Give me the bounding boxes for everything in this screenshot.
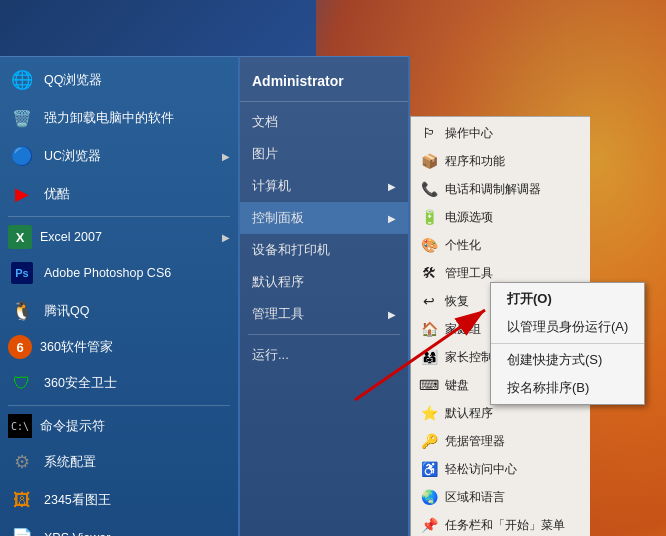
excel-arrow: ▶	[222, 232, 230, 243]
qq-browser-label: QQ浏览器	[44, 72, 102, 89]
manage-tools-arrow: ▶	[388, 309, 396, 320]
sidebar-item-youku[interactable]: ▶ 优酷	[0, 175, 238, 213]
right-item-credential-manager[interactable]: 🔑 凭据管理器	[411, 427, 590, 455]
run-label: 运行...	[252, 346, 289, 364]
right-item-personalization[interactable]: 🎨 个性化	[411, 231, 590, 259]
excel-label: Excel 2007	[40, 230, 102, 244]
sidebar-item-sysconfig[interactable]: ⚙ 系统配置	[0, 443, 238, 481]
middle-item-manage-tools[interactable]: 管理工具 ▶	[240, 298, 408, 330]
sidebar-item-cmd[interactable]: C:\ 命令提示符	[0, 409, 238, 443]
desktop: 🌐 QQ浏览器 🗑️ 强力卸载电脑中的软件 🔵 UC浏览器 ▶ ▶ 优酷	[0, 0, 666, 536]
middle-item-pictures[interactable]: 图片	[240, 138, 408, 170]
tencent-qq-icon: 🐧	[8, 297, 36, 325]
middle-item-control-panel[interactable]: 控制面板 ▶	[240, 202, 408, 234]
right-item-phone-modem[interactable]: 📞 电话和调制解调器	[411, 175, 590, 203]
context-item-open[interactable]: 打开(O)	[491, 285, 644, 313]
phone-modem-icon: 📞	[419, 179, 439, 199]
sidebar-item-uc-browser[interactable]: 🔵 UC浏览器 ▶	[0, 137, 238, 175]
cmd-label: 命令提示符	[40, 418, 105, 435]
programs-features-label: 程序和功能	[445, 153, 505, 170]
homegroup-label: 家庭组	[445, 321, 481, 338]
sidebar-item-xps-viewer[interactable]: 📄 XPS Viewer	[0, 519, 238, 536]
computer-label: 计算机	[252, 177, 291, 195]
youku-label: 优酷	[44, 186, 70, 203]
xps-viewer-label: XPS Viewer	[44, 531, 110, 536]
documents-label: 文档	[252, 113, 278, 131]
context-item-run-as-admin[interactable]: 以管理员身份运行(A)	[491, 313, 644, 341]
sidebar-item-360-manager[interactable]: 6 360软件管家	[0, 330, 238, 364]
context-open-label: 打开(O)	[507, 291, 552, 306]
context-item-rename[interactable]: 按名称排序(B)	[491, 374, 644, 402]
start-menu-left-panel: 🌐 QQ浏览器 🗑️ 强力卸载电脑中的软件 🔵 UC浏览器 ▶ ▶ 优酷	[0, 56, 240, 536]
context-create-shortcut-label: 创建快捷方式(S)	[507, 352, 602, 367]
xps-viewer-icon: 📄	[8, 524, 36, 536]
context-item-create-shortcut[interactable]: 创建快捷方式(S)	[491, 346, 644, 374]
sidebar-item-uninstall[interactable]: 🗑️ 强力卸载电脑中的软件	[0, 99, 238, 137]
context-menu: 打开(O) 以管理员身份运行(A) 创建快捷方式(S) 按名称排序(B)	[490, 282, 645, 405]
power-options-label: 电源选项	[445, 209, 493, 226]
qq-browser-icon: 🌐	[8, 66, 36, 94]
context-run-as-admin-label: 以管理员身份运行(A)	[507, 319, 628, 334]
default-programs2-icon: ⭐	[419, 403, 439, 423]
photoshop-icon: Ps	[8, 259, 36, 287]
taskbar-icon: 📌	[419, 515, 439, 535]
programs-features-icon: 📦	[419, 151, 439, 171]
sidebar-item-excel[interactable]: X Excel 2007 ▶	[0, 220, 238, 254]
tencent-qq-label: 腾讯QQ	[44, 303, 89, 320]
devices-printers-label: 设备和打印机	[252, 241, 330, 259]
right-item-region-language[interactable]: 🌏 区域和语言	[411, 483, 590, 511]
2345viewer-icon: 🖼	[8, 486, 36, 514]
sidebar-item-qq-browser[interactable]: 🌐 QQ浏览器	[0, 61, 238, 99]
keyboard-icon: ⌨	[419, 375, 439, 395]
middle-item-default-programs[interactable]: 默认程序	[240, 266, 408, 298]
pictures-label: 图片	[252, 145, 278, 163]
manage-tools-label: 管理工具	[252, 305, 304, 323]
context-divider	[491, 343, 644, 344]
360-guard-icon: 🛡	[8, 369, 36, 397]
credential-manager-label: 凭据管理器	[445, 433, 505, 450]
action-center-icon: 🏳	[419, 123, 439, 143]
cmd-icon: C:\	[8, 414, 32, 438]
youku-icon: ▶	[8, 180, 36, 208]
right-item-ease-of-access[interactable]: ♿ 轻松访问中心	[411, 455, 590, 483]
credential-manager-icon: 🔑	[419, 431, 439, 451]
sidebar-item-2345viewer[interactable]: 🖼 2345看图王	[0, 481, 238, 519]
action-center-label: 操作中心	[445, 125, 493, 142]
sidebar-item-tencent-qq[interactable]: 🐧 腾讯QQ	[0, 292, 238, 330]
default-programs-label: 默认程序	[252, 273, 304, 291]
divider-2	[8, 405, 230, 406]
middle-item-documents[interactable]: 文档	[240, 106, 408, 138]
right-item-programs-features[interactable]: 📦 程序和功能	[411, 147, 590, 175]
keyboard-label: 键盘	[445, 377, 469, 394]
right-item-power-options[interactable]: 🔋 电源选项	[411, 203, 590, 231]
middle-item-computer[interactable]: 计算机 ▶	[240, 170, 408, 202]
middle-item-devices-printers[interactable]: 设备和打印机	[240, 234, 408, 266]
middle-divider	[248, 334, 400, 335]
uc-browser-icon: 🔵	[8, 142, 36, 170]
ease-of-access-icon: ♿	[419, 459, 439, 479]
sysconfig-label: 系统配置	[44, 454, 96, 471]
sidebar-item-photoshop[interactable]: Ps Adobe Photoshop CS6	[0, 254, 238, 292]
recovery-icon: ↩	[419, 291, 439, 311]
360-manager-icon: 6	[8, 335, 32, 359]
right-item-taskbar-startmenu[interactable]: 📌 任务栏和「开始」菜单	[411, 511, 590, 536]
divider-1	[8, 216, 230, 217]
admin-tools-icon: 🛠	[419, 263, 439, 283]
username-label: Administrator	[252, 73, 344, 89]
start-menu-apps-list: 🌐 QQ浏览器 🗑️ 强力卸载电脑中的软件 🔵 UC浏览器 ▶ ▶ 优酷	[0, 57, 238, 536]
region-language-icon: 🌏	[419, 487, 439, 507]
uc-browser-arrow: ▶	[222, 151, 230, 162]
360-guard-label: 360安全卫士	[44, 375, 117, 392]
parental-controls-label: 家长控制	[445, 349, 493, 366]
personalization-label: 个性化	[445, 237, 481, 254]
middle-item-run[interactable]: 运行...	[240, 339, 408, 371]
homegroup-icon: 🏠	[419, 319, 439, 339]
taskbar-label: 任务栏和「开始」菜单	[445, 517, 565, 534]
360-manager-label: 360软件管家	[40, 339, 113, 356]
context-rename-label: 按名称排序(B)	[507, 380, 589, 395]
right-item-action-center[interactable]: 🏳 操作中心	[411, 119, 590, 147]
control-panel-label: 控制面板	[252, 209, 304, 227]
parental-controls-icon: 👨‍👩‍👧	[419, 347, 439, 367]
start-menu-user: Administrator	[240, 65, 408, 102]
sidebar-item-360-guard[interactable]: 🛡 360安全卫士	[0, 364, 238, 402]
